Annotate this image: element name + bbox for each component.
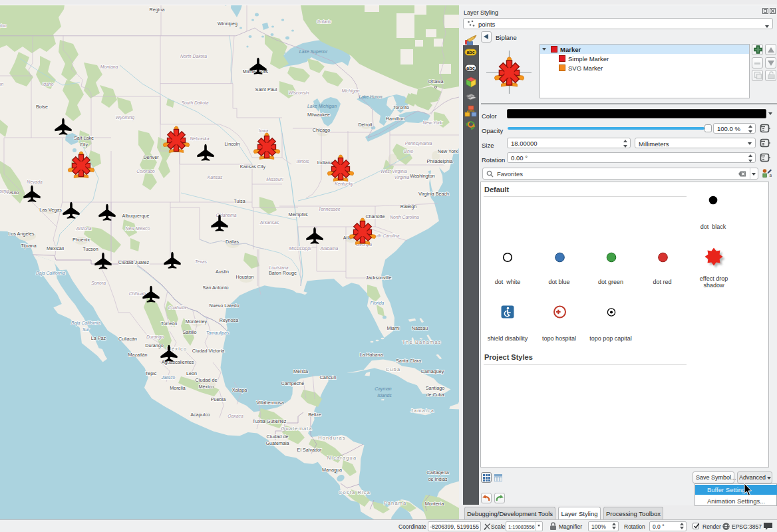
svg-text:New York: New York	[423, 120, 443, 125]
svg-text:Miami: Miami	[387, 325, 400, 331]
svg-text:Wisconsin: Wisconsin	[289, 90, 309, 95]
svg-text:Puebla: Puebla	[211, 396, 226, 402]
svg-text:Ciudad de: Ciudad de	[196, 377, 218, 383]
svg-text:Idaho: Idaho	[42, 82, 53, 86]
svg-text:Cancún: Cancún	[320, 374, 337, 380]
svg-text:San Antonio: San Antonio	[203, 285, 229, 291]
svg-text:Mérida: Mérida	[293, 368, 308, 374]
svg-text:El Salvador: El Salvador	[297, 447, 322, 453]
svg-text:Villahermosa: Villahermosa	[256, 400, 283, 406]
svg-text:Memphis: Memphis	[288, 211, 308, 217]
svg-text:Morelia: Morelia	[170, 385, 186, 391]
svg-text:Montería: Montería	[425, 501, 444, 507]
svg-text:Las Vegas: Las Vegas	[39, 207, 62, 213]
svg-text:Philadelphia: Philadelphia	[426, 158, 452, 164]
svg-text:The Bahamas: The Bahamas	[402, 339, 441, 345]
svg-text:Ciudad Juárez: Ciudad Juárez	[118, 259, 150, 265]
svg-text:Los Angeles: Los Angeles	[8, 231, 35, 237]
svg-text:Managua: Managua	[322, 467, 342, 473]
svg-text:Tuxtla Gutiérrez: Tuxtla Gutiérrez	[253, 418, 287, 424]
svg-text:La Paz: La Paz	[91, 335, 106, 341]
svg-text:Houston: Houston	[236, 274, 254, 280]
svg-text:Tennessee: Tennessee	[318, 207, 340, 211]
svg-text:North Dakota: North Dakota	[180, 54, 207, 59]
svg-text:Xalapa: Xalapa	[232, 387, 247, 393]
svg-text:Boise: Boise	[36, 104, 48, 110]
svg-text:Santa Clara: Santa Clara	[396, 358, 421, 364]
svg-text:Kansas City: Kansas City	[240, 164, 266, 170]
svg-text:Tepic: Tepic	[146, 370, 157, 376]
svg-text:Tulsa: Tulsa	[233, 198, 245, 204]
svg-text:Jamaica: Jamaica	[410, 408, 434, 414]
svg-text:Torreón: Torreón	[161, 321, 177, 327]
svg-text:Phoenix: Phoenix	[73, 237, 90, 243]
svg-text:Washington: Washington	[0, 23, 7, 29]
svg-text:Wyoming: Wyoming	[116, 115, 135, 120]
svg-text:Islands: Islands	[377, 393, 392, 398]
svg-text:Regina: Regina	[150, 7, 165, 13]
svg-text:Virginia Beach: Virginia Beach	[418, 191, 449, 197]
svg-text:Nuevo Laredo: Nuevo Laredo	[209, 303, 239, 309]
svg-text:Nicaragua: Nicaragua	[327, 455, 357, 461]
svg-text:Montana: Montana	[100, 65, 118, 69]
svg-text:León: León	[186, 370, 197, 376]
svg-text:Jalisco: Jalisco	[161, 375, 176, 380]
svg-text:Mazatlán: Mazatlán	[128, 352, 147, 358]
svg-text:Tucson: Tucson	[82, 246, 98, 252]
svg-text:Tijuana: Tijuana	[21, 243, 36, 249]
svg-text:South Dakota: South Dakota	[181, 100, 208, 105]
svg-text:Hamilton: Hamilton	[386, 116, 404, 122]
svg-text:Albuquerque: Albuquerque	[122, 213, 150, 219]
svg-text:Oaxaca: Oaxaca	[228, 414, 243, 418]
svg-text:Louisiana: Louisiana	[269, 265, 288, 270]
svg-text:City: City	[80, 142, 88, 148]
svg-text:Kansas: Kansas	[208, 175, 223, 180]
svg-text:Ciudad de: Ciudad de	[267, 434, 289, 440]
svg-text:Baja California: Baja California	[36, 271, 65, 276]
svg-text:Baton Rouge: Baton Rouge	[269, 270, 297, 276]
svg-text:Durango: Durango	[146, 334, 164, 340]
svg-text:Coahuila: Coahuila	[168, 305, 186, 310]
svg-text:Mississippi: Mississippi	[289, 246, 311, 251]
svg-text:Costa Rica: Costa Rica	[339, 489, 371, 495]
svg-text:Reynosa: Reynosa	[220, 317, 238, 323]
svg-text:Monterrey: Monterrey	[186, 319, 208, 325]
svg-text:Sur: Sur	[82, 327, 90, 332]
svg-text:Honduras: Honduras	[318, 435, 346, 441]
svg-text:Santiago: Santiago	[426, 385, 444, 391]
svg-text:Toronto: Toronto	[393, 104, 409, 110]
svg-text:Virginia: Virginia	[394, 175, 410, 180]
svg-text:Camagüey: Camagüey	[421, 368, 444, 374]
svg-text:Texas: Texas	[195, 259, 207, 264]
svg-text:de Cuba: de Cuba	[426, 392, 444, 398]
svg-text:Tamaulipas: Tamaulipas	[206, 331, 230, 336]
svg-text:West Virginia: West Virginia	[381, 169, 407, 174]
svg-text:Illinois: Illinois	[297, 159, 309, 164]
svg-text:Dallas: Dallas	[226, 239, 239, 245]
svg-text:Raleigh: Raleigh	[400, 203, 416, 209]
svg-text:Saltillo: Saltillo	[182, 329, 196, 335]
svg-text:Ohio: Ohio	[404, 149, 414, 154]
svg-text:Lake Superior: Lake Superior	[299, 49, 328, 55]
svg-text:Nevada: Nevada	[27, 180, 43, 184]
svg-text:Chicago: Chicago	[313, 127, 330, 133]
svg-text:Baja California: Baja California	[71, 321, 100, 326]
svg-text:Sonora: Sonora	[91, 281, 106, 285]
svg-text:New Mexico: New Mexico	[125, 226, 150, 231]
svg-text:abc: abc	[466, 65, 475, 71]
svg-text:Missouri: Missouri	[266, 177, 283, 182]
svg-text:Milwaukee: Milwaukee	[307, 112, 330, 118]
svg-text:Washington: Washington	[410, 173, 435, 179]
svg-text:Detroit: Detroit	[358, 122, 372, 128]
svg-text:Campeche: Campeche	[281, 380, 305, 386]
svg-text:Ottawa: Ottawa	[428, 78, 444, 84]
svg-text:Panamá: Panamá	[384, 500, 407, 506]
svg-text:Lake Michigan: Lake Michigan	[307, 104, 337, 109]
svg-text:Denver: Denver	[143, 154, 159, 160]
svg-text:Ontario: Ontario	[317, 19, 332, 24]
svg-text:Salt Lake: Salt Lake	[74, 135, 94, 141]
svg-text:Colorado: Colorado	[136, 169, 155, 174]
svg-text:Florida: Florida	[371, 301, 385, 305]
svg-text:Cayman: Cayman	[375, 386, 392, 392]
svg-text:Winnipeg: Winnipeg	[218, 21, 237, 27]
